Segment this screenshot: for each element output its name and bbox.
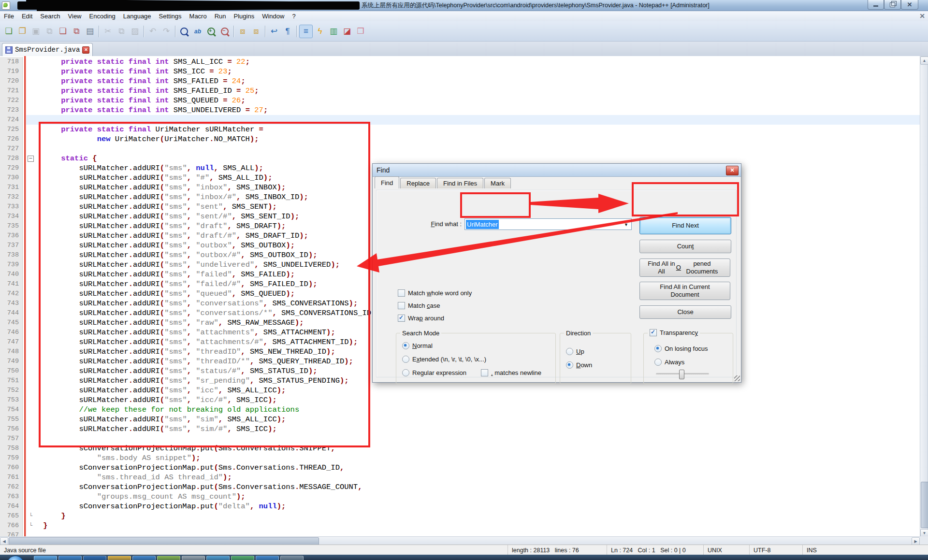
- document-map-button[interactable]: ▥: [327, 25, 340, 38]
- menu-window[interactable]: Window: [258, 12, 288, 21]
- transparency-on-losing-focus-radio[interactable]: On losing focus: [654, 345, 708, 352]
- code-line[interactable]: sConversationProjectionMap.put("delta", …: [36, 502, 920, 511]
- taskbar-app-button[interactable]: [157, 556, 180, 560]
- show-all-characters-button[interactable]: ¶: [281, 25, 294, 38]
- new-file-button[interactable]: ❏: [2, 25, 15, 38]
- vertical-scrollbar[interactable]: ▲ ▼: [920, 56, 928, 536]
- find-all-current-button[interactable]: Find All in Current Document: [639, 282, 730, 300]
- taskbar-app-button[interactable]: [231, 556, 254, 560]
- wrap-around-checkbox[interactable]: Wrap around: [398, 315, 444, 322]
- start-button[interactable]: [7, 556, 24, 560]
- code-line[interactable]: //we keep these for not breaking old app…: [36, 405, 920, 415]
- code-line[interactable]: sURLMatcher.addURI("sms", "sim/#", SMS_I…: [36, 424, 920, 434]
- close-dialog-button[interactable]: Close: [639, 305, 731, 319]
- menu-language[interactable]: Language: [119, 12, 155, 21]
- code-line[interactable]: new UriMatcher(UriMatcher.NO_MATCH);: [36, 134, 920, 144]
- taskbar-app-button[interactable]: [280, 556, 304, 560]
- folder-as-workspace-button[interactable]: ❒: [354, 25, 367, 38]
- fold-margin[interactable]: −└└: [26, 57, 36, 536]
- open-file-button[interactable]: ❐: [16, 25, 29, 38]
- code-line[interactable]: private static final int SMS_UNDELIVERED…: [36, 105, 920, 115]
- replace-button[interactable]: ab: [191, 25, 204, 38]
- menu-settings[interactable]: Settings: [155, 12, 186, 21]
- document-close-icon[interactable]: ✕: [919, 12, 925, 20]
- taskbar-app-button[interactable]: [58, 556, 82, 560]
- match-whole-word-checkbox[interactable]: Match whole word only: [398, 289, 472, 297]
- code-line[interactable]: private static final int SMS_FAILED_ID =…: [36, 86, 920, 96]
- horizontal-scrollbar[interactable]: ◀ ▶: [0, 536, 920, 545]
- menu-file[interactable]: File: [0, 12, 18, 21]
- direction-up-radio[interactable]: Up: [566, 348, 584, 355]
- search-mode-regex-radio[interactable]: Regular expression: [402, 369, 466, 376]
- find-dialog-close-button[interactable]: ✕: [726, 166, 739, 175]
- code-line[interactable]: private static final int SMS_ALL_ICC = 2…: [36, 57, 920, 67]
- dialog-resize-grip[interactable]: [734, 375, 740, 381]
- close-file-button[interactable]: ❏: [57, 25, 69, 38]
- code-line[interactable]: sConversationProjectionMap.put(Sms.Conve…: [36, 463, 920, 473]
- minimize-button[interactable]: [868, 0, 884, 10]
- vertical-scroll-thumb[interactable]: [921, 482, 928, 528]
- word-wrap-button[interactable]: ↩: [268, 25, 280, 38]
- print-button[interactable]: ▤: [84, 25, 96, 38]
- sync-horizontal-button[interactable]: ⧈: [250, 25, 262, 38]
- taskbar-app-button[interactable]: [182, 556, 205, 560]
- horizontal-scroll-thumb[interactable]: [9, 537, 319, 545]
- menu-run[interactable]: Run: [211, 12, 230, 21]
- dialog-tab-mark[interactable]: Mark: [484, 178, 511, 188]
- search-mode-normal-radio[interactable]: Normal: [402, 342, 433, 349]
- code-line[interactable]: private static final int SMS_ICC = 23;: [36, 67, 920, 76]
- search-mode-extended-radio[interactable]: Extended (\n, \r, \t, \0, \x...): [402, 356, 486, 363]
- code-line[interactable]: sURLMatcher.addURI("sms", "icc", SMS_ALL…: [36, 386, 920, 395]
- transparency-slider[interactable]: [656, 373, 709, 375]
- zoom-in-button[interactable]: +: [205, 25, 218, 38]
- find-dialog-titlebar[interactable]: Find: [373, 164, 741, 177]
- transparency-checkbox[interactable]: Transparency: [648, 329, 700, 336]
- tab-close-icon[interactable]: ✕: [82, 46, 89, 54]
- direction-down-radio[interactable]: Down: [566, 361, 592, 369]
- menu-macro[interactable]: Macro: [186, 12, 211, 21]
- find-next-button[interactable]: Find Next: [639, 217, 731, 234]
- combobox-dropdown-icon[interactable]: ▼: [624, 222, 628, 227]
- find-button[interactable]: [178, 25, 190, 38]
- scroll-up-icon[interactable]: ▲: [920, 57, 928, 65]
- menu-view[interactable]: View: [64, 12, 86, 21]
- taskbar-app-button[interactable]: [132, 556, 156, 560]
- transparency-slider-thumb[interactable]: [679, 370, 684, 379]
- indent-guide-button[interactable]: ≡: [299, 25, 313, 38]
- code-line[interactable]: private static final UriMatcher sURLMatc…: [36, 125, 920, 134]
- close-all-button[interactable]: ⧉: [70, 25, 83, 38]
- restore-button[interactable]: [884, 0, 901, 10]
- code-line[interactable]: }: [36, 521, 920, 531]
- code-line[interactable]: [36, 115, 920, 125]
- code-line[interactable]: sURLMatcher.addURI("sms", "sim", SMS_ALL…: [36, 415, 920, 424]
- code-line[interactable]: [36, 531, 920, 536]
- taskbar-app-button[interactable]: [256, 556, 279, 560]
- find-what-combobox[interactable]: UriMatcher ▼: [464, 218, 632, 230]
- code-line[interactable]: sConversationProjectionMap.put(Sms.Conve…: [36, 444, 920, 453]
- menu-?[interactable]: ?: [288, 12, 299, 21]
- taskbar-app-button[interactable]: [83, 556, 106, 560]
- close-button[interactable]: ✕: [901, 0, 918, 10]
- match-case-checkbox[interactable]: Match case: [398, 302, 440, 309]
- code-line[interactable]: "groups.msg_count AS msg_count");: [36, 492, 920, 502]
- menu-search[interactable]: Search: [36, 12, 64, 21]
- fold-collapse-icon[interactable]: −: [28, 156, 34, 162]
- code-line[interactable]: [36, 144, 920, 154]
- dialog-tab-find-in-files[interactable]: Find in Files: [437, 178, 483, 188]
- code-line[interactable]: private static final int SMS_FAILED = 24…: [36, 76, 920, 86]
- dialog-tab-find[interactable]: Find: [375, 176, 399, 188]
- sync-vertical-button[interactable]: ⧈: [236, 25, 249, 38]
- tab-smsprovider[interactable]: SmsProvider.java ✕: [2, 43, 93, 56]
- code-line[interactable]: sURLMatcher.addURI("sms", "icc/#", SMS_I…: [36, 395, 920, 405]
- function-list-button[interactable]: ϟ: [314, 25, 326, 38]
- code-line[interactable]: static {: [36, 154, 920, 163]
- taskbar-app-button[interactable]: [206, 556, 230, 560]
- dialog-tab-replace[interactable]: Replace: [400, 178, 436, 188]
- menu-plugins[interactable]: Plugins: [230, 12, 259, 21]
- document-switcher-button[interactable]: ◪: [341, 25, 353, 38]
- menu-edit[interactable]: Edit: [18, 12, 36, 21]
- count-button[interactable]: Count: [639, 240, 731, 253]
- code-line[interactable]: sConversationProjectionMap.put(Sms.Conve…: [36, 482, 920, 492]
- code-line[interactable]: "sms.body AS snippet");: [36, 453, 920, 463]
- code-line[interactable]: "sms.thread_id AS thread_id");: [36, 473, 920, 482]
